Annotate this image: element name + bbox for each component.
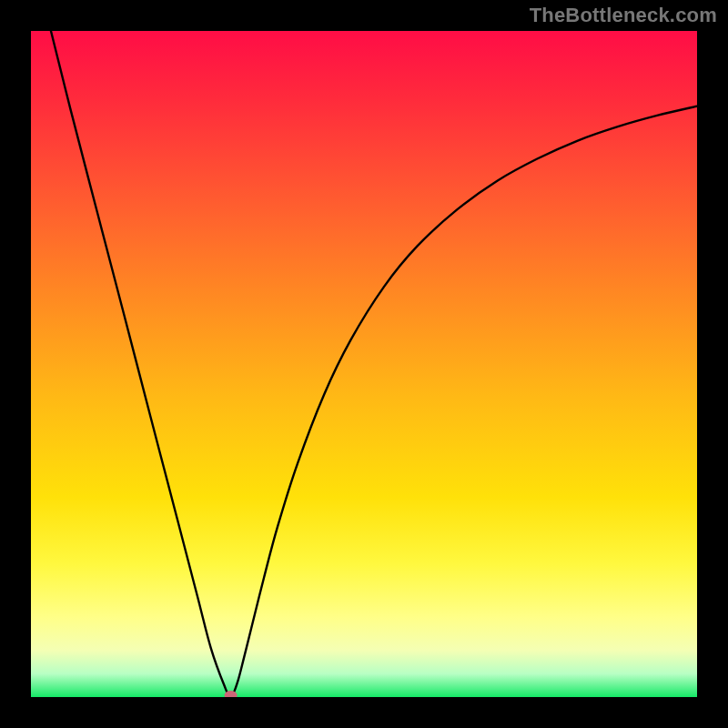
plot-area <box>31 31 697 697</box>
chart-svg <box>31 31 697 697</box>
chart-frame: TheBottleneck.com <box>0 0 728 728</box>
gradient-background <box>31 31 697 697</box>
watermark-text: TheBottleneck.com <box>530 4 717 27</box>
